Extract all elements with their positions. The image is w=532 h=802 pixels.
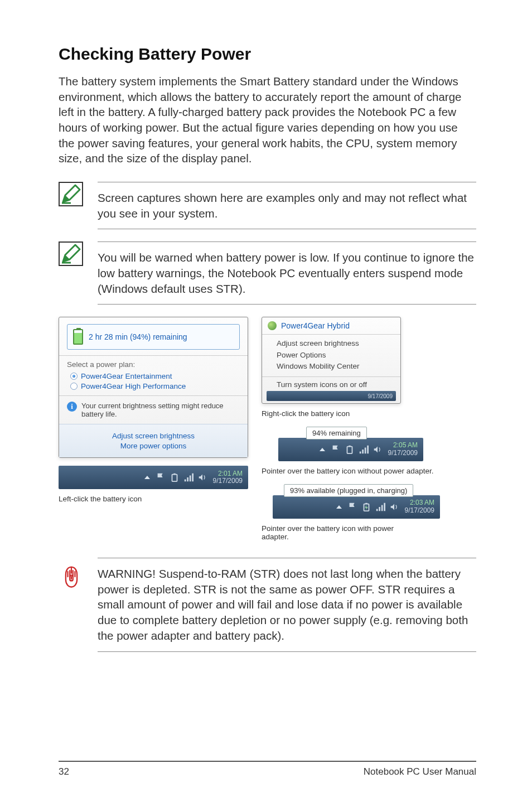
brightness-info: i Your current brightness setting might … [59,396,248,424]
action-center-icon[interactable] [331,445,341,455]
taskbar-tooltip2: 2:03 AM 9/17/2009 [273,495,440,519]
taskbar-clock[interactable]: 2:05 AM 9/17/2009 [388,442,418,457]
figure-caption-tooltip1: Pointer over the battery icon without po… [262,467,473,475]
intro-paragraph: The battery system implements the Smart … [59,74,476,166]
battery-tooltip-unplugged: 94% remaining [306,427,367,439]
note-icon [59,241,83,266]
taskbar-left: 2:01 AM 9/17/2009 [59,466,248,489]
power-plan-option[interactable]: Power4Gear Entertainment [70,372,240,380]
volume-icon[interactable] [197,472,207,482]
tray-chevron-icon[interactable] [144,476,150,479]
action-center-icon[interactable] [347,502,357,512]
note-text: You will be warned when battery power is… [98,241,476,305]
warning-note: WARNING! Suspend-to-RAM (STR) does not l… [59,558,476,651]
power-plan-label: Select a power plan: [67,360,240,369]
volume-icon[interactable] [389,502,399,512]
taskbar-date: 9/17/2009 [405,507,434,515]
taskbar-time: 2:05 AM [388,442,418,450]
note-low-battery: You will be warned when battery power is… [59,241,476,305]
tray-chevron-icon[interactable] [336,505,342,509]
page-footer: 32 Notebook PC User Manual [59,761,476,777]
context-strip-date: 9/17/2009 [368,393,393,399]
battery-remaining-box: 2 hr 28 min (94%) remaining [67,324,240,350]
info-icon: i [67,402,77,412]
power4gear-icon [268,321,277,330]
more-power-options-link[interactable]: More power options [59,442,248,450]
pencil-note-icon [60,183,82,205]
svg-rect-7 [365,503,367,504]
volume-icon[interactable] [373,445,383,455]
tray-chevron-icon[interactable] [320,448,325,451]
battery-tooltip-plugged: 93% available (plugged in, charging) [284,484,413,497]
context-menu-item[interactable]: Adjust screen brightness [277,338,393,349]
context-menu-item[interactable]: Windows Mobility Center [277,361,393,372]
warning-hand-icon [59,564,84,590]
action-center-icon[interactable] [156,472,166,482]
taskbar-tooltip1: 2:05 AM 9/17/2009 [278,438,423,461]
svg-rect-5 [349,446,351,447]
radio-selected-icon [70,373,78,380]
taskbar-time: 2:03 AM [405,499,434,507]
power-plan-option[interactable]: Power4Gear High Performance [70,382,240,390]
taskbar-date: 9/17/2009 [213,477,243,485]
taskbar-clock[interactable]: 2:03 AM 9/17/2009 [405,499,434,515]
battery-charging-tray-icon[interactable] [361,502,371,512]
context-menu-title: Power4Gear Hybrid [281,321,350,330]
pencil-note-icon [60,243,82,265]
note-examples: Screen captures shown here are examples … [59,182,476,229]
context-menu-header[interactable]: Power4Gear Hybrid [262,317,400,334]
page-number: 32 [59,766,69,777]
network-icon[interactable] [359,445,369,455]
svg-rect-3 [173,474,176,475]
battery-left-click-popup: 2 hr 28 min (94%) remaining Select a pow… [59,317,248,458]
warning-text: WARNING! Suspend-to-RAM (STR) does not l… [98,558,476,651]
manual-label: Notebook PC User Manual [364,766,476,777]
svg-point-10 [71,580,72,581]
power-plan-option-label: Power4Gear Entertainment [81,372,172,380]
taskbar-time: 2:01 AM [213,470,243,478]
adjust-brightness-link[interactable]: Adjust screen brightness [59,432,248,440]
battery-icon [73,329,83,345]
taskbar-date: 9/17/2009 [388,450,418,457]
battery-tray-icon[interactable] [345,445,355,455]
power-plan-option-label: Power4Gear High Performance [81,382,186,390]
note-text: Screen captures shown here are examples … [98,182,476,229]
brightness-info-text: Your current brightness setting might re… [81,402,240,418]
context-taskbar-strip: 9/17/2009 [267,391,396,401]
section-title: Checking Battery Power [59,45,476,64]
figure-caption-right-click: Right-click the battery icon [262,409,473,418]
figure-caption-left: Left-click the battery icon [59,495,248,503]
battery-context-menu: Power4Gear Hybrid Adjust screen brightne… [262,317,401,404]
svg-rect-4 [347,447,352,454]
taskbar-clock[interactable]: 2:01 AM 9/17/2009 [213,470,243,486]
battery-tray-icon[interactable] [170,472,180,482]
popup-actions: Adjust screen brightness More power opti… [59,424,248,457]
figure-caption-tooltip2: Pointer over the battery icon with power… [262,524,407,541]
battery-remaining-text: 2 hr 28 min (94%) remaining [89,332,187,341]
svg-rect-2 [172,475,177,482]
note-icon [59,182,83,206]
warning-icon [59,558,88,592]
network-icon[interactable] [183,472,194,482]
network-icon[interactable] [375,502,385,512]
power-plan-section: Select a power plan: Power4Gear Entertai… [59,356,248,395]
radio-icon [70,383,78,390]
context-menu-item[interactable]: Power Options [277,350,393,361]
